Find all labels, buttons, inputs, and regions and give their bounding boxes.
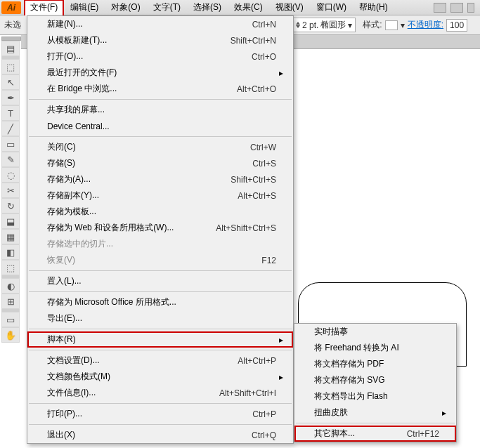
menu-window[interactable]: 窗口(W) xyxy=(310,0,353,15)
tool-4[interactable]: ↖ xyxy=(1,74,20,90)
selection-label: 未选 xyxy=(4,19,21,31)
opacity-label[interactable]: 不透明度: xyxy=(408,19,443,31)
file-menu-item-4[interactable]: 在 Bridge 中浏览...Alt+Ctrl+O xyxy=(27,81,293,97)
file-menu-item-15: 存储选中的切片... xyxy=(27,236,293,252)
file-menu-item-1[interactable]: 从模板新建(T)...Shift+Ctrl+N xyxy=(27,32,293,48)
tool-19[interactable]: ⊞ xyxy=(1,294,20,309)
menu-item-label: 存储为 Microsoft Office 所用格式... xyxy=(47,296,276,308)
file-menu-item-2[interactable]: 打开(O)...Ctrl+O xyxy=(27,48,293,65)
opacity-field[interactable]: 100 xyxy=(446,19,467,32)
file-menu-item-25[interactable]: 文档设置(D)...Alt+Ctrl+P xyxy=(27,353,293,369)
menu-separator xyxy=(29,350,292,350)
menu-type[interactable]: 文字(T) xyxy=(147,0,187,15)
tool-9[interactable]: ✎ xyxy=(1,152,20,167)
file-menu-item-18[interactable]: 置入(L)... xyxy=(27,273,293,289)
stroke-weight-value: 2 pt. xyxy=(302,20,318,30)
file-menu-item-13[interactable]: 存储为模板... xyxy=(27,204,293,220)
tool-13[interactable]: ⬓ xyxy=(1,213,20,229)
file-menu-item-31[interactable]: 退出(X)Ctrl+Q xyxy=(27,427,293,443)
tool-8[interactable]: ▭ xyxy=(1,136,20,152)
tool-21[interactable]: ▭ xyxy=(1,312,20,327)
tool-1[interactable]: ▤ xyxy=(1,41,20,56)
file-menu-item-27[interactable]: 文件信息(I)...Alt+Shift+Ctrl+I xyxy=(27,385,293,401)
tool-18[interactable]: ◐ xyxy=(1,278,20,294)
bridge-icon[interactable] xyxy=(434,3,446,13)
tool-14[interactable]: ▦ xyxy=(1,229,20,244)
menu-item-label: 将文档存储为 SVG xyxy=(314,374,439,386)
tool-3[interactable]: ⬚ xyxy=(1,59,20,74)
file-menu-item-10[interactable]: 存储(S)Ctrl+S xyxy=(27,155,293,171)
file-menu-item-3[interactable]: 最近打开的文件(F)▸ xyxy=(27,65,293,81)
scripts-submenu-item-0[interactable]: 实时描摹 xyxy=(294,324,456,340)
tool-16[interactable]: ⬚ xyxy=(1,260,20,275)
tool-22[interactable]: ✋ xyxy=(1,327,20,343)
app-icon: Ai xyxy=(1,1,21,14)
file-menu-item-20[interactable]: 存储为 Microsoft Office 所用格式... xyxy=(27,294,293,310)
menu-item-shortcut: Ctrl+W xyxy=(250,143,276,152)
file-menu-item-9[interactable]: 关闭(C)Ctrl+W xyxy=(27,139,293,155)
tool-12[interactable]: ↻ xyxy=(1,198,20,213)
menu-item-label: 共享我的屏幕... xyxy=(47,104,276,116)
menu-item-label: 将 Freehand 转换为 AI xyxy=(314,342,439,354)
file-menu-item-16: 恢复(V)F12 xyxy=(27,252,293,268)
menu-view[interactable]: 视图(V) xyxy=(269,0,310,15)
file-menu-item-26[interactable]: 文档颜色模式(M)▸ xyxy=(27,369,293,385)
tool-10[interactable]: ◌ xyxy=(1,167,20,183)
menu-separator xyxy=(29,136,292,137)
tool-5[interactable]: ✒ xyxy=(1,90,20,105)
tool-15[interactable]: ◧ xyxy=(1,244,20,260)
tool-7[interactable]: ╱ xyxy=(1,121,20,136)
menu-item-label: 脚本(R) xyxy=(47,334,276,345)
menu-item-shortcut: Shift+Ctrl+S xyxy=(231,175,276,185)
file-menu-item-29[interactable]: 打印(P)...Ctrl+P xyxy=(27,406,293,422)
scripts-submenu-item-3[interactable]: 将文档存储为 SVG xyxy=(294,372,456,388)
file-menu-item-14[interactable]: 存储为 Web 和设备所用格式(W)...Alt+Shift+Ctrl+S xyxy=(27,220,293,236)
menu-item-label: Device Central... xyxy=(47,121,276,131)
scripts-submenu-item-1[interactable]: 将 Freehand 转换为 AI xyxy=(294,340,456,356)
submenu-arrow-icon: ▸ xyxy=(276,68,283,78)
menu-effect[interactable]: 效果(C) xyxy=(228,0,269,15)
menu-object[interactable]: 对象(O) xyxy=(105,0,146,15)
menu-item-label: 导出(E)... xyxy=(47,312,276,324)
menu-separator xyxy=(29,329,292,329)
menu-item-label: 文档设置(D)... xyxy=(47,355,238,367)
menu-separator xyxy=(29,99,292,100)
menu-item-shortcut: F12 xyxy=(261,256,276,265)
menu-edit[interactable]: 编辑(E) xyxy=(64,0,105,15)
menu-item-label: 存储为模板... xyxy=(47,206,276,218)
file-menu-item-7[interactable]: Device Central... xyxy=(27,118,293,134)
menu-item-label: 将文档导出为 Flash xyxy=(314,390,439,402)
file-menu-item-12[interactable]: 存储副本(Y)...Alt+Ctrl+S xyxy=(27,187,293,204)
menu-item-shortcut: Alt+Ctrl+S xyxy=(238,191,276,201)
file-menu-dropdown: 新建(N)...Ctrl+N从模板新建(T)...Shift+Ctrl+N打开(… xyxy=(27,15,294,444)
stepper-icon[interactable] xyxy=(296,22,300,28)
menu-item-shortcut: Alt+Ctrl+O xyxy=(237,84,276,94)
menu-select[interactable]: 选择(S) xyxy=(187,0,228,15)
menu-item-label: 文件信息(I)... xyxy=(47,387,219,399)
chevron-down-icon[interactable]: ▾ xyxy=(401,20,405,30)
file-menu-item-21[interactable]: 导出(E)... xyxy=(27,310,293,327)
scripts-submenu: 实时描摹将 Freehand 转换为 AI将文档存储为 PDF将文档存储为 SV… xyxy=(294,323,457,442)
file-menu-item-23[interactable]: 脚本(R)▸ xyxy=(27,331,293,348)
stroke-weight-field[interactable]: 2 pt. 椭圆形 ▾ xyxy=(292,18,356,32)
file-menu-item-11[interactable]: 存储为(A)...Shift+Ctrl+S xyxy=(27,171,293,187)
workspace-icon[interactable] xyxy=(467,3,474,13)
scripts-submenu-item-2[interactable]: 将文档存储为 PDF xyxy=(294,356,456,372)
tool-11[interactable]: ✂ xyxy=(1,183,20,198)
tool-6[interactable]: T xyxy=(1,105,20,121)
file-menu-item-0[interactable]: 新建(N)...Ctrl+N xyxy=(27,16,293,32)
tools-panel: ▤⬚↖✒T╱▭✎◌✂↻⬓▦◧⬚◐⊞▭✋ xyxy=(1,37,21,343)
menu-file[interactable]: 文件(F) xyxy=(24,0,64,15)
menu-item-label: 打开(O)... xyxy=(47,51,252,62)
scripts-submenu-item-7[interactable]: 其它脚本...Ctrl+F12 xyxy=(294,426,456,442)
submenu-arrow-icon: ▸ xyxy=(276,372,283,382)
menu-item-label: 在 Bridge 中浏览... xyxy=(47,83,237,95)
file-menu-item-6[interactable]: 共享我的屏幕... xyxy=(27,102,293,118)
scripts-submenu-item-4[interactable]: 将文档导出为 Flash xyxy=(294,388,456,404)
chevron-down-icon[interactable]: ▾ xyxy=(348,20,352,30)
style-swatch[interactable] xyxy=(385,20,398,30)
arrange-icon[interactable] xyxy=(450,3,463,13)
menu-help[interactable]: 帮助(H) xyxy=(353,0,394,15)
menu-item-shortcut: Ctrl+N xyxy=(252,20,276,29)
scripts-submenu-item-5[interactable]: 扭曲皮肤▸ xyxy=(294,404,456,421)
